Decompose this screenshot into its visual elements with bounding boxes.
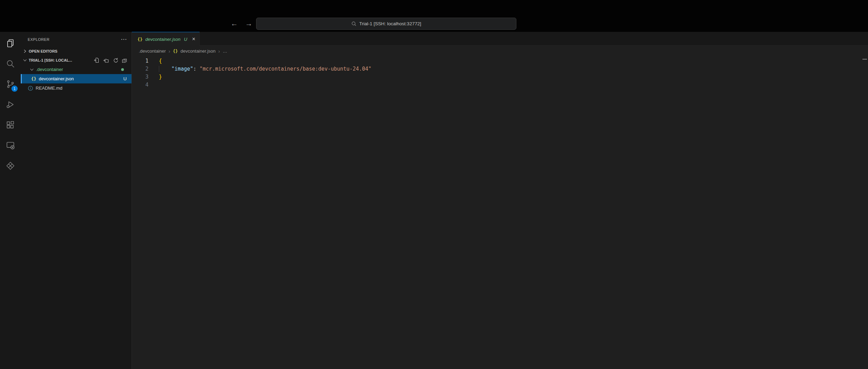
- line-content: "image": "mcr.microsoft.com/devcontainer…: [148, 65, 371, 73]
- chevron-right-icon: [22, 48, 28, 54]
- sidebar-title: EXPLORER: [28, 37, 121, 42]
- refresh-icon[interactable]: [112, 57, 118, 63]
- file-label: README.md: [36, 86, 62, 91]
- folder-label: .devcontainer: [36, 67, 63, 72]
- chevron-right-icon: ›: [218, 48, 220, 54]
- code-lines: 1{2 "image": "mcr.microsoft.com/devconta…: [132, 57, 868, 89]
- line-content: [148, 81, 159, 89]
- open-editors-label: OPEN EDITORS: [29, 49, 57, 53]
- breadcrumb-symbol-ellipsis[interactable]: …: [223, 48, 227, 54]
- back-button[interactable]: ←: [230, 18, 239, 29]
- explorer-activity-button[interactable]: [2, 35, 19, 52]
- line-number[interactable]: 1: [132, 57, 148, 65]
- chevron-down-icon: [22, 57, 28, 63]
- search-icon: [6, 59, 15, 69]
- code-line[interactable]: 1{: [132, 57, 868, 65]
- json-file-icon: {}: [137, 37, 143, 42]
- history-navigation: ← →: [230, 18, 253, 29]
- files-icon: [6, 38, 15, 48]
- overview-ruler-mark: [862, 59, 867, 60]
- line-number[interactable]: 2: [132, 65, 148, 73]
- run-debug-activity-button[interactable]: [2, 96, 19, 113]
- info-icon: [28, 86, 33, 91]
- sidebar-header: EXPLORER ⋯: [21, 32, 132, 47]
- title-bar: ← → Trial-1 [SSH: localhost:32772]: [0, 0, 868, 32]
- tab-label: devcontainer.json: [145, 37, 180, 42]
- source-control-activity-button[interactable]: 1: [2, 75, 19, 93]
- json-file-icon: {}: [31, 76, 36, 81]
- extensions-activity-button[interactable]: [2, 116, 19, 134]
- search-icon: [351, 21, 356, 26]
- command-center[interactable]: Trial-1 [SSH: localhost:32772]: [256, 18, 516, 30]
- code-line[interactable]: 4: [132, 81, 868, 89]
- line-content: {: [148, 57, 162, 65]
- search-activity-button[interactable]: [2, 55, 19, 72]
- tree-item-devcontainer-json[interactable]: {} devcontainer.json U: [21, 74, 132, 83]
- tree-item-devcontainer-folder[interactable]: .devcontainer: [21, 65, 132, 74]
- diamond-icon: [6, 161, 15, 171]
- chevron-right-icon: ›: [169, 48, 170, 54]
- git-untracked-badge: U: [124, 76, 127, 81]
- scm-badge: 1: [11, 86, 18, 92]
- explorer-sidebar: EXPLORER ⋯ OPEN EDITORS TRIAL-1 [SSH: LO…: [21, 32, 132, 369]
- tree-item-readme[interactable]: README.md: [21, 83, 132, 93]
- tab-devcontainer-json[interactable]: {} devcontainer.json U ×: [132, 32, 200, 46]
- breadcrumb: .devcontainer › {} devcontainer.json › …: [132, 46, 868, 56]
- git-untracked-badge: U: [184, 37, 187, 42]
- workspace-section[interactable]: TRIAL-1 [SSH: LOCAL...: [21, 55, 132, 65]
- extensions-icon: [6, 120, 15, 130]
- window-title: Trial-1 [SSH: localhost:32772]: [359, 21, 421, 26]
- editor-group: {} devcontainer.json U × .devcontainer ›…: [132, 32, 868, 369]
- json-file-icon: {}: [173, 49, 178, 54]
- more-actions-icon[interactable]: ⋯: [121, 38, 127, 41]
- open-editors-section[interactable]: OPEN EDITORS: [21, 47, 132, 55]
- new-folder-icon[interactable]: [103, 57, 109, 63]
- remote-explorer-activity-button[interactable]: [2, 137, 19, 154]
- activity-bar: 1: [0, 32, 21, 369]
- breadcrumb-folder[interactable]: .devcontainer: [139, 48, 166, 54]
- close-icon[interactable]: ×: [192, 37, 195, 42]
- code-editor[interactable]: 1{2 "image": "mcr.microsoft.com/devconta…: [132, 56, 868, 369]
- workspace-label: TRIAL-1 [SSH: LOCAL...: [29, 58, 72, 62]
- breadcrumb-file[interactable]: devcontainer.json: [181, 48, 216, 54]
- new-file-icon[interactable]: [94, 57, 99, 63]
- chevron-down-icon: [29, 67, 35, 72]
- collapse-all-icon[interactable]: [122, 57, 127, 63]
- git-changes-dot: [121, 68, 124, 71]
- code-line[interactable]: 2 "image": "mcr.microsoft.com/devcontain…: [132, 65, 868, 73]
- line-content: }: [148, 73, 162, 81]
- line-number[interactable]: 4: [132, 81, 148, 89]
- azure-activity-button[interactable]: [2, 157, 19, 174]
- remote-explorer-icon: [6, 141, 15, 150]
- file-label: devcontainer.json: [39, 76, 74, 81]
- forward-button[interactable]: →: [244, 18, 253, 29]
- code-line[interactable]: 3}: [132, 73, 868, 81]
- line-number[interactable]: 3: [132, 73, 148, 81]
- run-debug-icon: [6, 100, 15, 109]
- tab-bar: {} devcontainer.json U ×: [132, 32, 868, 46]
